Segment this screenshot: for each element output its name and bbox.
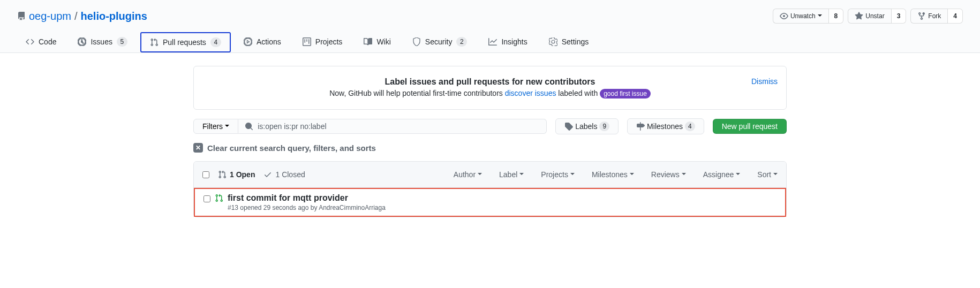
graph-icon	[488, 37, 497, 46]
dismiss-link[interactable]: Dismiss	[751, 77, 778, 86]
tab-settings[interactable]: Settings	[540, 32, 598, 52]
pulls-count: 4	[210, 37, 221, 47]
filter-author[interactable]: Author	[454, 170, 482, 179]
shield-icon	[412, 37, 421, 46]
tab-insights[interactable]: Insights	[480, 32, 536, 52]
repo-link[interactable]: helio-plugins	[81, 10, 147, 22]
milestone-icon	[636, 122, 645, 131]
tab-issues[interactable]: Issues 5	[69, 32, 135, 52]
close-icon: ✕	[193, 143, 203, 153]
contributors-notice: Dismiss Label issues and pull requests f…	[193, 66, 787, 110]
repo-icon	[17, 12, 26, 20]
filter-milestones[interactable]: Milestones	[592, 170, 634, 179]
star-icon	[855, 12, 863, 20]
tab-code[interactable]: Code	[17, 32, 65, 52]
code-icon	[26, 37, 34, 46]
filter-label[interactable]: Label	[499, 170, 524, 179]
security-count: 2	[456, 37, 467, 47]
good-first-issue-label[interactable]: good first issue	[600, 89, 651, 98]
stargazers-count[interactable]: 3	[892, 9, 907, 24]
new-pull-request-button[interactable]: New pull request	[713, 119, 787, 134]
pull-request-icon	[150, 38, 159, 47]
eye-icon	[780, 12, 788, 20]
clear-filters-link[interactable]: ✕ Clear current search query, filters, a…	[193, 143, 787, 153]
tag-icon	[564, 122, 573, 131]
filters-button[interactable]: Filters	[193, 119, 238, 134]
pr-meta: #13 opened 29 seconds ago by AndreaCimmi…	[215, 204, 777, 211]
select-pr-checkbox[interactable]	[203, 195, 210, 202]
filter-sort[interactable]: Sort	[757, 170, 778, 179]
search-input[interactable]	[258, 122, 540, 131]
unstar-button[interactable]: Unstar	[848, 9, 891, 24]
tab-security[interactable]: Security 2	[404, 32, 476, 52]
search-icon	[245, 122, 253, 131]
book-icon	[364, 37, 372, 46]
project-icon	[303, 37, 311, 46]
tab-actions[interactable]: Actions	[235, 32, 290, 52]
owner-link[interactable]: oeg-upm	[29, 10, 71, 22]
fork-icon	[917, 12, 926, 20]
pull-request-icon	[218, 170, 227, 179]
tab-projects[interactable]: Projects	[294, 32, 351, 52]
chevron-down-icon	[225, 125, 229, 129]
play-icon	[244, 37, 252, 46]
breadcrumb: oeg-upm / helio-plugins	[17, 10, 147, 22]
select-all-checkbox[interactable]	[202, 171, 209, 178]
search-input-wrapper[interactable]	[238, 119, 547, 134]
filter-assignee[interactable]: Assignee	[703, 170, 741, 179]
discover-issues-link[interactable]: discover issues	[505, 89, 556, 97]
pr-title-link[interactable]: first commit for mqtt provider	[228, 193, 348, 203]
closed-prs-link[interactable]: 1 Closed	[263, 170, 305, 179]
issue-icon	[78, 37, 86, 46]
fork-button[interactable]: Fork	[910, 9, 948, 24]
tab-pull-requests[interactable]: Pull requests 4	[140, 32, 231, 52]
filter-projects[interactable]: Projects	[541, 170, 575, 179]
pr-row[interactable]: first commit for mqtt provider #13 opene…	[194, 188, 786, 217]
chevron-down-icon	[818, 14, 822, 19]
labels-button[interactable]: Labels 9	[555, 118, 619, 134]
tab-wiki[interactable]: Wiki	[355, 32, 399, 52]
notice-title: Label issues and pull requests for new c…	[202, 77, 778, 87]
gear-icon	[549, 37, 557, 46]
pull-request-open-icon	[215, 194, 223, 202]
milestones-button[interactable]: Milestones 4	[627, 118, 704, 134]
svg-point-1	[81, 41, 83, 43]
filter-reviews[interactable]: Reviews	[651, 170, 686, 179]
issues-count: 5	[117, 37, 127, 47]
watchers-count[interactable]: 8	[829, 9, 844, 24]
open-prs-link[interactable]: 1 Open	[218, 170, 255, 179]
forks-count[interactable]: 4	[948, 9, 963, 24]
unwatch-button[interactable]: Unwatch	[773, 9, 829, 24]
check-icon	[263, 170, 272, 179]
